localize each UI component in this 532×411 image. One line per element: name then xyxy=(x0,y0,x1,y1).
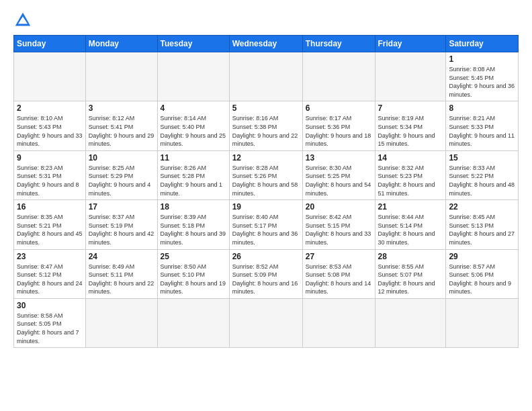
calendar-cell: 24Sunrise: 8:49 AM Sunset: 5:11 PM Dayli… xyxy=(85,249,157,298)
day-number: 1 xyxy=(449,54,515,64)
weekday-tuesday: Tuesday xyxy=(157,36,229,52)
day-info: Sunrise: 8:21 AM Sunset: 5:33 PM Dayligh… xyxy=(449,114,515,148)
day-number: 10 xyxy=(89,153,154,163)
day-info: Sunrise: 8:14 AM Sunset: 5:40 PM Dayligh… xyxy=(161,114,226,148)
weekday-wednesday: Wednesday xyxy=(229,36,302,52)
day-info: Sunrise: 8:30 AM Sunset: 5:25 PM Dayligh… xyxy=(306,164,372,197)
calendar-cell xyxy=(229,52,302,101)
calendar-cell xyxy=(229,298,302,347)
day-number: 25 xyxy=(161,252,226,261)
day-number: 22 xyxy=(449,202,515,212)
calendar-cell: 8Sunrise: 8:21 AM Sunset: 5:33 PM Daylig… xyxy=(446,101,519,150)
day-info: Sunrise: 8:35 AM Sunset: 5:21 PM Dayligh… xyxy=(17,213,83,246)
day-info: Sunrise: 8:26 AM Sunset: 5:28 PM Dayligh… xyxy=(161,164,226,197)
day-number: 2 xyxy=(17,103,83,113)
calendar-cell: 26Sunrise: 8:52 AM Sunset: 5:09 PM Dayli… xyxy=(229,249,302,298)
day-number: 3 xyxy=(89,103,154,113)
day-number: 21 xyxy=(378,202,443,212)
day-number: 17 xyxy=(89,202,154,212)
calendar-cell: 22Sunrise: 8:45 AM Sunset: 5:13 PM Dayli… xyxy=(446,200,519,249)
calendar-cell xyxy=(85,298,157,347)
day-info: Sunrise: 8:40 AM Sunset: 5:17 PM Dayligh… xyxy=(232,213,300,246)
day-info: Sunrise: 8:52 AM Sunset: 5:09 PM Dayligh… xyxy=(232,263,300,296)
day-number: 12 xyxy=(232,153,300,163)
day-info: Sunrise: 8:12 AM Sunset: 5:41 PM Dayligh… xyxy=(89,114,154,148)
weekday-thursday: Thursday xyxy=(302,36,375,52)
calendar-cell xyxy=(375,52,446,101)
day-info: Sunrise: 8:53 AM Sunset: 5:08 PM Dayligh… xyxy=(306,263,372,296)
weekday-monday: Monday xyxy=(85,36,157,52)
calendar-cell: 3Sunrise: 8:12 AM Sunset: 5:41 PM Daylig… xyxy=(85,101,157,150)
calendar-cell: 27Sunrise: 8:53 AM Sunset: 5:08 PM Dayli… xyxy=(302,249,375,298)
day-number: 6 xyxy=(306,103,372,113)
day-info: Sunrise: 8:08 AM Sunset: 5:45 PM Dayligh… xyxy=(449,65,515,99)
calendar-cell: 23Sunrise: 8:47 AM Sunset: 5:12 PM Dayli… xyxy=(14,249,86,298)
day-number: 19 xyxy=(232,202,300,212)
calendar-cell xyxy=(85,52,157,101)
day-info: Sunrise: 8:50 AM Sunset: 5:10 PM Dayligh… xyxy=(161,263,226,296)
day-info: Sunrise: 8:23 AM Sunset: 5:31 PM Dayligh… xyxy=(17,164,83,197)
calendar-cell: 17Sunrise: 8:37 AM Sunset: 5:19 PM Dayli… xyxy=(85,200,157,249)
day-info: Sunrise: 8:39 AM Sunset: 5:18 PM Dayligh… xyxy=(161,213,226,246)
day-info: Sunrise: 8:42 AM Sunset: 5:15 PM Dayligh… xyxy=(306,213,372,246)
calendar-week-row: 9Sunrise: 8:23 AM Sunset: 5:31 PM Daylig… xyxy=(14,150,519,199)
day-number: 28 xyxy=(378,252,443,261)
day-info: Sunrise: 8:17 AM Sunset: 5:36 PM Dayligh… xyxy=(306,114,372,148)
calendar-cell: 4Sunrise: 8:14 AM Sunset: 5:40 PM Daylig… xyxy=(157,101,229,150)
calendar-week-row: 16Sunrise: 8:35 AM Sunset: 5:21 PM Dayli… xyxy=(14,200,519,249)
day-info: Sunrise: 8:37 AM Sunset: 5:19 PM Dayligh… xyxy=(89,213,154,246)
day-number: 20 xyxy=(306,202,372,212)
calendar-cell: 16Sunrise: 8:35 AM Sunset: 5:21 PM Dayli… xyxy=(14,200,86,249)
calendar-week-row: 23Sunrise: 8:47 AM Sunset: 5:12 PM Dayli… xyxy=(14,249,519,298)
calendar-table: SundayMondayTuesdayWednesdayThursdayFrid… xyxy=(13,35,519,348)
day-number: 23 xyxy=(17,252,83,261)
page: SundayMondayTuesdayWednesdayThursdayFrid… xyxy=(0,0,532,411)
day-info: Sunrise: 8:58 AM Sunset: 5:05 PM Dayligh… xyxy=(17,312,83,345)
day-info: Sunrise: 8:25 AM Sunset: 5:29 PM Dayligh… xyxy=(89,164,154,197)
calendar-cell: 15Sunrise: 8:33 AM Sunset: 5:22 PM Dayli… xyxy=(446,150,519,199)
day-number: 13 xyxy=(306,153,372,163)
calendar-cell: 29Sunrise: 8:57 AM Sunset: 5:06 PM Dayli… xyxy=(446,249,519,298)
calendar-cell: 30Sunrise: 8:58 AM Sunset: 5:05 PM Dayli… xyxy=(14,298,86,347)
calendar-cell: 14Sunrise: 8:32 AM Sunset: 5:23 PM Dayli… xyxy=(375,150,446,199)
day-info: Sunrise: 8:19 AM Sunset: 5:34 PM Dayligh… xyxy=(378,114,443,148)
calendar-cell xyxy=(302,298,375,347)
calendar-cell: 7Sunrise: 8:19 AM Sunset: 5:34 PM Daylig… xyxy=(375,101,446,150)
calendar-cell: 6Sunrise: 8:17 AM Sunset: 5:36 PM Daylig… xyxy=(302,101,375,150)
calendar-cell xyxy=(446,298,519,347)
day-number: 14 xyxy=(378,153,443,163)
day-info: Sunrise: 8:49 AM Sunset: 5:11 PM Dayligh… xyxy=(89,263,154,296)
day-info: Sunrise: 8:33 AM Sunset: 5:22 PM Dayligh… xyxy=(449,164,515,197)
calendar-cell: 10Sunrise: 8:25 AM Sunset: 5:29 PM Dayli… xyxy=(85,150,157,199)
day-number: 18 xyxy=(161,202,226,212)
calendar-week-row: 30Sunrise: 8:58 AM Sunset: 5:05 PM Dayli… xyxy=(14,298,519,347)
day-info: Sunrise: 8:28 AM Sunset: 5:26 PM Dayligh… xyxy=(232,164,300,197)
day-number: 9 xyxy=(17,153,83,163)
calendar-cell: 12Sunrise: 8:28 AM Sunset: 5:26 PM Dayli… xyxy=(229,150,302,199)
calendar-cell: 19Sunrise: 8:40 AM Sunset: 5:17 PM Dayli… xyxy=(229,200,302,249)
calendar-cell: 13Sunrise: 8:30 AM Sunset: 5:25 PM Dayli… xyxy=(302,150,375,199)
calendar-cell: 28Sunrise: 8:55 AM Sunset: 5:07 PM Dayli… xyxy=(375,249,446,298)
day-number: 11 xyxy=(161,153,226,163)
day-number: 4 xyxy=(161,103,226,113)
day-number: 27 xyxy=(306,252,372,261)
calendar-cell: 1Sunrise: 8:08 AM Sunset: 5:45 PM Daylig… xyxy=(446,52,519,101)
weekday-header-row: SundayMondayTuesdayWednesdayThursdayFrid… xyxy=(14,36,519,52)
day-number: 8 xyxy=(449,103,515,113)
day-number: 24 xyxy=(89,252,154,261)
calendar-cell: 25Sunrise: 8:50 AM Sunset: 5:10 PM Dayli… xyxy=(157,249,229,298)
calendar-cell: 11Sunrise: 8:26 AM Sunset: 5:28 PM Dayli… xyxy=(157,150,229,199)
weekday-sunday: Sunday xyxy=(14,36,86,52)
day-number: 26 xyxy=(232,252,300,261)
calendar-cell: 2Sunrise: 8:10 AM Sunset: 5:43 PM Daylig… xyxy=(14,101,86,150)
day-info: Sunrise: 8:32 AM Sunset: 5:23 PM Dayligh… xyxy=(378,164,443,197)
day-info: Sunrise: 8:44 AM Sunset: 5:14 PM Dayligh… xyxy=(378,213,443,246)
day-number: 29 xyxy=(449,252,515,261)
day-info: Sunrise: 8:10 AM Sunset: 5:43 PM Dayligh… xyxy=(17,114,83,148)
day-number: 15 xyxy=(449,153,515,163)
calendar-cell xyxy=(157,52,229,101)
day-number: 16 xyxy=(17,202,83,212)
day-info: Sunrise: 8:57 AM Sunset: 5:06 PM Dayligh… xyxy=(449,263,515,296)
logo xyxy=(13,11,35,30)
calendar-cell: 5Sunrise: 8:16 AM Sunset: 5:38 PM Daylig… xyxy=(229,101,302,150)
